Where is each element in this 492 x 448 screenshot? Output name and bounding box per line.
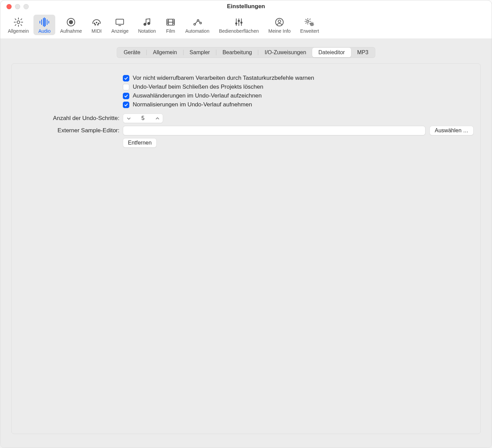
svg-point-40 <box>278 20 281 23</box>
subtabs: GeräteAllgemeinSamplerBearbeitungI/O-Zuw… <box>117 47 375 58</box>
remove-button[interactable]: Entfernen <box>123 138 157 148</box>
film-icon <box>165 16 176 28</box>
advanced-gears-icon <box>304 16 315 28</box>
chevron-up-icon[interactable] <box>152 114 163 123</box>
audio-wave-icon <box>39 16 50 28</box>
toolbar-item-label: Automation <box>185 28 209 34</box>
subtab-allgemein[interactable]: Allgemein <box>147 48 183 57</box>
close-icon[interactable] <box>6 4 12 9</box>
checkbox-row: Auswahländerungen im Undo-Verlauf aufzei… <box>18 92 474 99</box>
svg-point-42 <box>311 24 313 25</box>
gear-icon <box>13 16 24 28</box>
minimize-icon[interactable] <box>15 4 20 9</box>
external-editor-field[interactable] <box>123 126 425 135</box>
checkbox[interactable] <box>123 75 129 81</box>
subtab-bearbeitung[interactable]: Bearbeitung <box>216 48 258 57</box>
toolbar-item-label: Meine Info <box>268 28 290 34</box>
svg-point-41 <box>307 20 309 23</box>
chevron-down-icon[interactable] <box>123 114 134 123</box>
toolbar-item-label: Audio <box>38 28 50 34</box>
toolbar-item-erweitert[interactable]: Erweitert <box>295 15 324 35</box>
notation-icon <box>142 16 152 28</box>
settings-panel: Vor nicht widerrufbarem Verarbeiten durc… <box>11 63 481 434</box>
svg-point-13 <box>95 24 96 25</box>
toolbar-item-notation[interactable]: Notation <box>133 15 161 35</box>
undo-steps-value: 5 <box>134 115 152 121</box>
subtab-dateieditor[interactable]: Dateieditor <box>312 48 351 57</box>
record-icon <box>66 16 76 28</box>
undo-steps-label: Anzahl der Undo-Schritte: <box>18 115 123 122</box>
traffic-lights <box>6 0 29 13</box>
subtab-ger-te[interactable]: Geräte <box>117 48 146 57</box>
account-icon <box>274 16 285 28</box>
checkbox-row: Vor nicht widerrufbarem Verarbeiten durc… <box>18 75 474 81</box>
toolbar: AllgemeinAudioAufnahmeMIDIAnzeigeNotatio… <box>0 13 492 39</box>
toolbar-item-label: Bedienoberflächen <box>219 28 259 34</box>
svg-rect-15 <box>116 19 124 24</box>
checkbox-row: Normalisierungen im Undo-Verlauf aufnehm… <box>18 101 474 108</box>
toolbar-item-label: Anzeige <box>111 28 129 34</box>
toolbar-item-automation[interactable]: Automation <box>180 15 214 35</box>
checkbox-label: Normalisierungen im Undo-Verlauf aufnehm… <box>133 101 252 108</box>
window-title: Einstellungen <box>227 3 265 10</box>
toolbar-item-bedienoberflächen[interactable]: Bedienoberflächen <box>214 15 264 35</box>
svg-point-10 <box>94 23 95 24</box>
toolbar-item-midi[interactable]: MIDI <box>87 15 106 35</box>
preferences-window: Einstellungen AllgemeinAudioAufnahmeMIDI… <box>0 0 492 448</box>
checkbox[interactable] <box>123 93 129 99</box>
svg-point-38 <box>241 22 242 23</box>
svg-point-12 <box>98 23 99 24</box>
undo-steps-row: Anzahl der Undo-Schritte: 5 <box>18 114 474 123</box>
content-area: GeräteAllgemeinSamplerBearbeitungI/O-Zuw… <box>0 39 492 448</box>
toolbar-item-film[interactable]: Film <box>161 15 180 35</box>
choose-button[interactable]: Auswählen … <box>430 126 474 135</box>
checkbox-label: Undo-Verlauf beim Schließen des Projekts… <box>133 84 263 90</box>
toolbar-item-audio[interactable]: Audio <box>33 15 55 35</box>
checkbox[interactable] <box>123 102 129 108</box>
subtab-sampler[interactable]: Sampler <box>184 48 216 57</box>
sliders-icon <box>234 16 244 28</box>
svg-point-9 <box>69 20 73 24</box>
titlebar: Einstellungen <box>0 0 492 13</box>
subtab-i-o-zuweisungen[interactable]: I/O-Zuweisungen <box>258 48 312 57</box>
subtab-mp3[interactable]: MP3 <box>351 48 375 57</box>
toolbar-item-label: Notation <box>138 28 156 34</box>
external-editor-row: Externer Sample-Editor: Auswählen … <box>18 126 474 135</box>
checkbox-label: Auswahländerungen im Undo-Verlauf aufzei… <box>133 92 262 99</box>
checkbox[interactable] <box>123 84 129 90</box>
toolbar-item-meine info[interactable]: Meine Info <box>263 15 295 35</box>
automation-icon <box>192 16 202 28</box>
checkbox-row: Undo-Verlauf beim Schließen des Projekts… <box>18 84 474 90</box>
toolbar-item-label: Allgemein <box>8 28 29 34</box>
svg-line-21 <box>146 19 150 19</box>
remove-row: Entfernen <box>18 138 474 148</box>
midi-icon <box>91 16 102 28</box>
display-icon <box>115 16 125 28</box>
external-editor-label: Externer Sample-Editor: <box>18 127 123 134</box>
toolbar-item-allgemein[interactable]: Allgemein <box>3 15 33 35</box>
toolbar-item-label: Erweitert <box>300 28 319 34</box>
svg-point-0 <box>17 21 20 24</box>
svg-point-37 <box>238 20 240 21</box>
toolbar-item-aufnahme[interactable]: Aufnahme <box>55 15 87 35</box>
svg-point-14 <box>98 24 99 25</box>
maximize-icon[interactable] <box>24 4 29 9</box>
toolbar-item-label: Film <box>166 28 175 34</box>
toolbar-item-anzeige[interactable]: Anzeige <box>106 15 133 35</box>
checkbox-label: Vor nicht widerrufbarem Verarbeiten durc… <box>133 75 314 81</box>
svg-point-36 <box>235 23 237 24</box>
toolbar-item-label: MIDI <box>91 28 102 34</box>
svg-point-11 <box>96 22 97 23</box>
undo-steps-stepper[interactable]: 5 <box>123 114 163 123</box>
toolbar-item-label: Aufnahme <box>60 28 82 34</box>
